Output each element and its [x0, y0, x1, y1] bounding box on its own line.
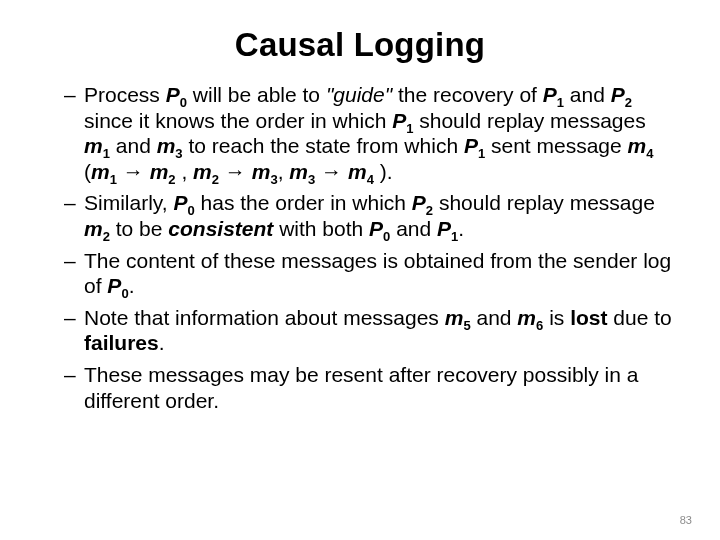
page-number: 83 [680, 514, 692, 526]
list-item: Note that information about messages m5 … [64, 305, 672, 356]
slide-title: Causal Logging [48, 26, 672, 64]
slide: Causal Logging Process P0 will be able t… [0, 0, 720, 540]
list-item: The content of these messages is obtaine… [64, 248, 672, 299]
list-item: Process P0 will be able to "guide" the r… [64, 82, 672, 184]
list-item: Similarly, P0 has the order in which P2 … [64, 190, 672, 241]
bullet-list: Process P0 will be able to "guide" the r… [48, 82, 672, 413]
list-item: These messages may be resent after recov… [64, 362, 672, 413]
